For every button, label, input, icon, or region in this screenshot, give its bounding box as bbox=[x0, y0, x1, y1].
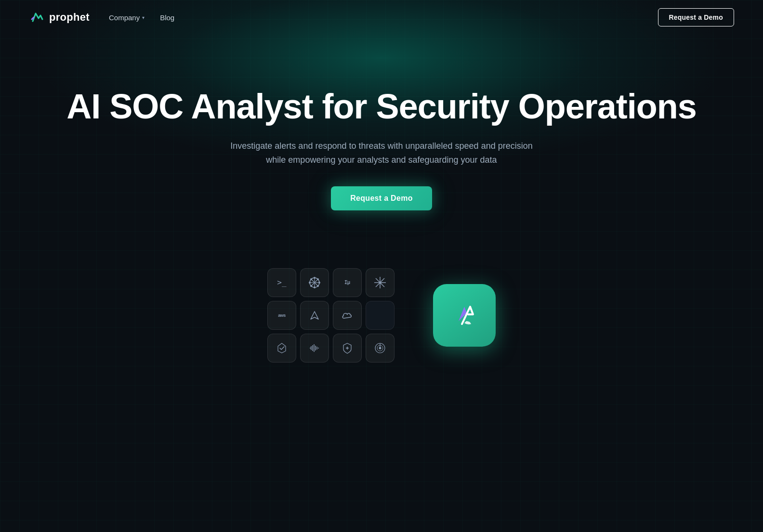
svg-point-8 bbox=[318, 282, 320, 284]
radar-icon[interactable] bbox=[366, 334, 395, 363]
logo-icon bbox=[29, 10, 44, 25]
terminal-icon[interactable]: >_ bbox=[267, 268, 296, 297]
hero-section: AI SOC Analyst for Security Operations I… bbox=[0, 35, 763, 249]
svg-point-9 bbox=[310, 278, 312, 280]
aws-icon[interactable]: aws bbox=[267, 301, 296, 330]
logo[interactable]: prophet bbox=[29, 10, 90, 25]
integration-grid: >_ Σμ bbox=[267, 268, 395, 363]
dark-placeholder-icon[interactable] bbox=[366, 301, 395, 330]
hero-subtitle: Investigate alerts and respond to threat… bbox=[227, 139, 536, 167]
svg-point-5 bbox=[314, 277, 316, 279]
crowdstrike-icon[interactable] bbox=[267, 334, 296, 363]
svg-point-10 bbox=[317, 285, 319, 287]
svg-point-6 bbox=[314, 286, 316, 288]
svg-point-12 bbox=[317, 278, 319, 280]
svg-point-7 bbox=[309, 282, 311, 284]
arrow-security-icon[interactable] bbox=[300, 301, 329, 330]
svg-point-11 bbox=[310, 285, 312, 287]
brand-name: prophet bbox=[49, 11, 90, 24]
nav-links: Company ▾ Blog bbox=[109, 13, 174, 22]
nav-blog[interactable]: Blog bbox=[160, 13, 174, 22]
chevron-down-icon: ▾ bbox=[142, 15, 145, 20]
sumologic-icon[interactable]: Σμ bbox=[333, 268, 362, 297]
nav-company[interactable]: Company ▾ bbox=[109, 13, 145, 22]
svg-point-17 bbox=[379, 281, 382, 284]
voice-analytics-icon[interactable] bbox=[300, 334, 329, 363]
navbar: prophet Company ▾ Blog Request a Demo bbox=[0, 0, 763, 35]
snowflake-icon[interactable] bbox=[366, 268, 395, 297]
hero-title: AI SOC Analyst for Security Operations bbox=[29, 88, 734, 126]
navbar-left: prophet Company ▾ Blog bbox=[29, 10, 174, 25]
cloud-security-icon[interactable] bbox=[333, 301, 362, 330]
shield-plus-icon[interactable] bbox=[333, 334, 362, 363]
integration-section: >_ Σμ bbox=[0, 249, 763, 391]
hero-demo-button[interactable]: Request a Demo bbox=[331, 186, 432, 210]
kubernetes-icon[interactable] bbox=[300, 268, 329, 297]
nav-demo-button[interactable]: Request a Demo bbox=[658, 8, 735, 26]
prophet-app-icon bbox=[433, 284, 496, 347]
